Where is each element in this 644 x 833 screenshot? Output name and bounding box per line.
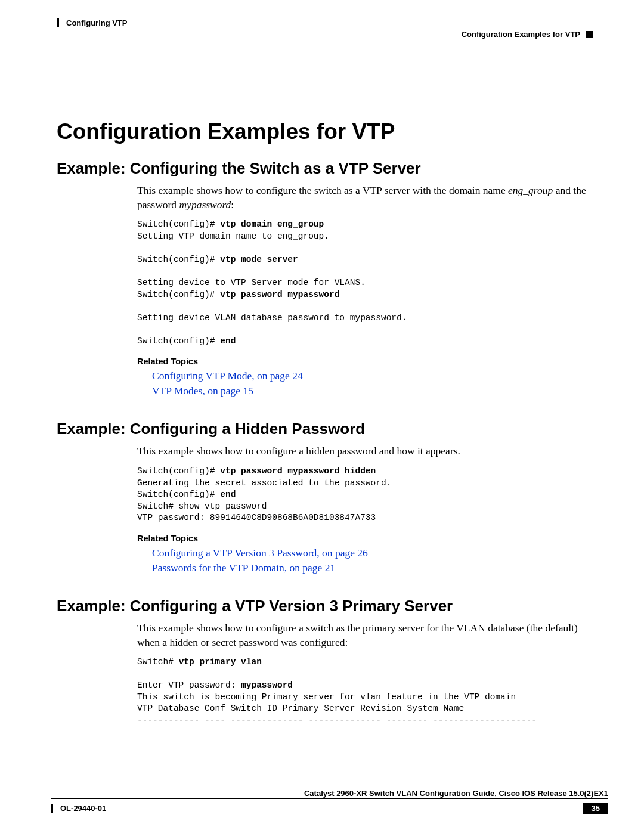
code-block: Switch# vtp primary vlan Enter VTP passw… bbox=[137, 657, 593, 726]
page-number: 35 bbox=[583, 803, 608, 814]
link-passwords-vtp-domain[interactable]: Passwords for the VTP Domain, on page 21 bbox=[152, 562, 593, 574]
link-vtp-modes[interactable]: VTP Modes, on page 15 bbox=[152, 385, 593, 397]
code-text: Switch# bbox=[137, 657, 179, 667]
text-italic: eng_group bbox=[508, 184, 553, 196]
related-topics-heading: Related Topics bbox=[137, 357, 593, 366]
code-text: Switch(config)# bbox=[137, 255, 220, 264]
link-vtp-v3-password[interactable]: Configuring a VTP Version 3 Password, on… bbox=[152, 547, 593, 559]
doc-id: OL-29440-01 bbox=[60, 804, 106, 813]
code-text: VTP Database Conf Switch ID Primary Serv… bbox=[137, 704, 464, 713]
bar-icon bbox=[51, 804, 53, 813]
header-section: Configuration Examples for VTP bbox=[462, 30, 593, 39]
page-header: Configuring VTP Configuration Examples f… bbox=[57, 18, 593, 39]
code-block: Switch(config)# vtp password mypassword … bbox=[137, 466, 593, 524]
heading-2-server: Example: Configuring the Switch as a VTP… bbox=[57, 159, 593, 178]
paragraph: This example shows how to configure a hi… bbox=[137, 444, 593, 459]
footer-left: OL-29440-01 bbox=[51, 804, 106, 813]
header-chapter: Configuring VTP bbox=[57, 18, 128, 27]
code-text: Enter VTP password: bbox=[137, 680, 236, 690]
code-text: Setting device to VTP Server mode for VL… bbox=[137, 278, 366, 287]
chapter-title: Configuring VTP bbox=[66, 18, 128, 27]
code-text: Generating the secret associated to the … bbox=[137, 478, 391, 488]
code-bold: mypassword bbox=[236, 680, 293, 690]
code-bold: vtp mode server bbox=[220, 255, 298, 264]
code-bold: vtp domain eng_group bbox=[220, 219, 324, 229]
footer-row: OL-29440-01 35 bbox=[36, 803, 608, 814]
page: Configuring VTP Configuration Examples f… bbox=[0, 0, 644, 833]
code-text: This switch is becoming Primary server f… bbox=[137, 692, 516, 702]
paragraph: This example shows how to configure a sw… bbox=[137, 621, 593, 649]
code-bold: vtp primary vlan bbox=[179, 657, 262, 667]
code-text: Switch# show vtp password bbox=[137, 501, 267, 511]
related-topics-heading: Related Topics bbox=[137, 534, 593, 543]
footer-right: 35 bbox=[583, 803, 608, 814]
paragraph: This example shows how to configure the … bbox=[137, 184, 593, 212]
code-text: Switch(config)# bbox=[137, 219, 220, 229]
text: : bbox=[231, 199, 234, 210]
code-text: Switch(config)# bbox=[137, 466, 220, 476]
link-configuring-vtp-mode[interactable]: Configuring VTP Mode, on page 24 bbox=[152, 370, 593, 382]
code-text: Switch(config)# bbox=[137, 336, 220, 346]
code-text: Switch(config)# bbox=[137, 490, 220, 499]
text: This example shows how to configure the … bbox=[137, 184, 508, 196]
heading-2-hidden: Example: Configuring a Hidden Password bbox=[57, 420, 593, 438]
code-text: ------------ ---- -------------- -------… bbox=[137, 716, 537, 725]
heading-1: Configuration Examples for VTP bbox=[57, 119, 593, 144]
section-body: This example shows how to configure a sw… bbox=[137, 621, 593, 727]
text-italic: mypassword bbox=[179, 199, 231, 210]
code-bold: end bbox=[220, 490, 236, 499]
bar-icon bbox=[57, 18, 59, 27]
code-text: VTP password: 89914640C8D90868B6A0D81038… bbox=[137, 513, 376, 522]
footer-rule bbox=[51, 798, 608, 799]
code-text: Setting device VLAN database password to… bbox=[137, 313, 407, 323]
code-text: Setting VTP domain name to eng_group. bbox=[137, 231, 329, 241]
heading-2-primary: Example: Configuring a VTP Version 3 Pri… bbox=[57, 597, 593, 615]
code-bold: vtp password mypassword bbox=[220, 290, 339, 299]
square-icon bbox=[586, 31, 593, 38]
code-bold: end bbox=[220, 336, 236, 346]
section-title: Configuration Examples for VTP bbox=[462, 30, 580, 39]
section-body: This example shows how to configure a hi… bbox=[137, 444, 593, 574]
code-bold: vtp password mypassword hidden bbox=[220, 466, 376, 476]
footer-guide-title: Catalyst 2960-XR Switch VLAN Configurati… bbox=[36, 789, 608, 798]
code-block: Switch(config)# vtp domain eng_group Set… bbox=[137, 219, 593, 347]
page-footer: Catalyst 2960-XR Switch VLAN Configurati… bbox=[36, 789, 608, 814]
section-body: This example shows how to configure the … bbox=[137, 184, 593, 397]
code-text: Switch(config)# bbox=[137, 290, 220, 299]
